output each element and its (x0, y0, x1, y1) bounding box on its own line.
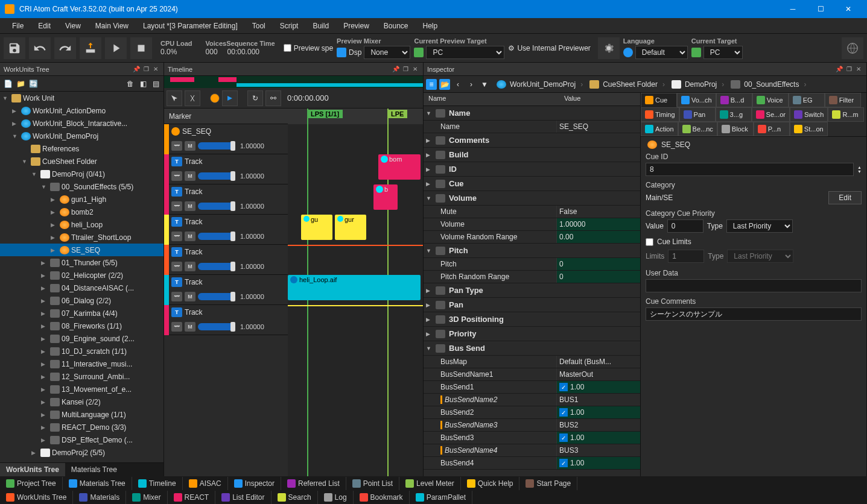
property-row[interactable]: BusSend2✓1.00 (424, 406, 640, 419)
menu-script[interactable]: Script (273, 19, 306, 33)
tree-item[interactable]: ▶gun1_High (0, 193, 164, 206)
panel-restore-icon[interactable]: ❐ (845, 65, 853, 74)
dock-tab-level-meter[interactable]: Level Meter (399, 477, 461, 490)
dock-tab-mixer[interactable]: Mixer (126, 491, 167, 504)
property-row[interactable]: Volume1.00000 (424, 218, 640, 231)
edit-category-button[interactable]: Edit (828, 191, 862, 204)
mute-button[interactable]: M (185, 171, 195, 181)
clip-heli[interactable]: heli_Loop.aif (288, 275, 421, 300)
menu-file[interactable]: File (5, 19, 31, 33)
dock-tab-point-list[interactable]: Point List (346, 477, 399, 490)
volume-slider[interactable] (198, 323, 235, 330)
tab-cue[interactable]: Cue (641, 93, 677, 107)
spinner-down[interactable]: ▼ (857, 169, 862, 174)
tree-item[interactable]: ▶04_DistanceAISAC (... (0, 282, 164, 294)
language-select[interactable]: Default (635, 46, 688, 59)
mute-button[interactable]: M (185, 292, 195, 301)
new-icon[interactable]: 📄 (2, 78, 13, 89)
tree-item[interactable]: ▶bomb2 (0, 206, 164, 218)
tab-voice[interactable]: Voice (752, 93, 789, 107)
menu-bounce[interactable]: Bounce (376, 19, 416, 33)
breadcrumb-item[interactable]: WorkUnit_DemoProj (492, 79, 578, 90)
open-icon[interactable]: 📂 (439, 79, 450, 90)
tree-item[interactable]: ▶MultiLanguage (1/1) (0, 408, 164, 421)
property-group[interactable]: ▼Bus Send (424, 341, 640, 356)
timeline-overview[interactable] (164, 76, 423, 88)
property-row[interactable]: BusSendName4BUS3 (424, 444, 640, 457)
panel-close-icon[interactable]: ✕ (854, 65, 863, 74)
property-group[interactable]: ▶ID (424, 162, 640, 177)
property-row[interactable]: BusSend1✓1.00 (424, 381, 640, 394)
mute-button[interactable]: M (185, 262, 195, 271)
tree-item[interactable]: ▶06_Dialog (2/2) (0, 294, 164, 307)
property-group[interactable]: ▶Priority (424, 327, 640, 341)
nav-fwd-icon[interactable]: › (466, 79, 477, 90)
tab-action[interactable]: Action (641, 122, 678, 136)
dock-tab-parampallet[interactable]: ParamPallet (410, 491, 472, 504)
tree-item[interactable]: ▶08_Fireworks (1/1) (0, 320, 164, 332)
menu-build[interactable]: Build (305, 19, 336, 33)
breadcrumb-item[interactable]: CueSheet Folder (585, 79, 660, 90)
tree-item[interactable]: ▶13_Movement_of_e... (0, 383, 164, 395)
dsp-select[interactable]: None (364, 46, 410, 59)
volume-slider[interactable] (198, 203, 235, 210)
tree-view[interactable]: ▼Work Unit▶WorkUnit_ActionDemo▶WorkUnit_… (0, 92, 164, 462)
tree-item[interactable]: ▼00_SoundEffects (5/5) (0, 180, 164, 193)
property-group[interactable]: ▼Volume (424, 191, 640, 206)
marker-ruler[interactable]: LPS [1/1] LPE (288, 109, 423, 124)
tree-item[interactable]: ▼CueSheet Folder (0, 155, 164, 168)
minimize-button[interactable]: ─ (779, 0, 807, 18)
link-tool[interactable]: ⚯ (265, 90, 281, 106)
tab-voch[interactable]: Vo...ch (677, 93, 716, 107)
tab-ston[interactable]: St...on (790, 122, 828, 136)
tree-item[interactable]: ▶DemoProj2 (5/5) (0, 446, 164, 459)
menu-main-view[interactable]: Main View (88, 19, 136, 33)
cue-id-input[interactable] (646, 163, 854, 176)
dock-tab-aisac[interactable]: AISAC (183, 477, 228, 490)
menu-preview[interactable]: Preview (336, 19, 376, 33)
track-row[interactable]: TTrack〰M1.00000 (164, 154, 288, 184)
tab-seor[interactable]: Se...or (752, 107, 790, 122)
tab-pn[interactable]: P...n (754, 122, 790, 136)
tree-item[interactable]: ▶heli_Loop (0, 218, 164, 231)
timeline-content[interactable]: LPS [1/1] LPE bom b gu gur h (288, 109, 423, 476)
refresh-icon[interactable]: 🔄 (28, 78, 39, 89)
property-row[interactable]: BusSend4✓1.00 (424, 457, 640, 470)
dock-tab-materials[interactable]: Materials (73, 491, 126, 504)
tab-switch[interactable]: Switch (790, 107, 828, 122)
tab-benc[interactable]: Be...nc (678, 122, 717, 136)
tab-eg[interactable]: EG (789, 93, 825, 107)
target-select[interactable]: PC (426, 46, 504, 59)
track-row[interactable]: TTrack〰M1.00000 (164, 184, 288, 215)
marker-next[interactable] (222, 90, 238, 106)
property-row[interactable]: BusSendName1MasterOut (424, 368, 640, 381)
tab-bd[interactable]: B...d (716, 93, 752, 107)
lpe-marker[interactable]: LPE (387, 110, 407, 118)
tree-item[interactable]: ▼WorkUnit_DemoProj (0, 130, 164, 142)
panel-close-icon[interactable]: ✕ (151, 65, 160, 74)
dock-tab-referred-list[interactable]: Referred List (281, 477, 346, 490)
undo-button[interactable] (29, 37, 51, 59)
priority-value-input[interactable] (667, 219, 703, 233)
tree-item[interactable]: ▶11_Interactive_musi... (0, 358, 164, 370)
folder-icon[interactable]: 📁 (15, 78, 26, 89)
tree-item[interactable]: ▶09_Engine_sound (2... (0, 332, 164, 345)
mute-button[interactable]: M (185, 322, 195, 332)
tree-item[interactable]: ▶01_Thunder (5/5) (0, 256, 164, 269)
dock-tab-quick-help[interactable]: Quick Help (461, 477, 520, 490)
breadcrumb-item[interactable]: DemoProj (667, 79, 719, 90)
track-row[interactable]: TTrack〰M1.00000 (164, 215, 288, 245)
panel-close-icon[interactable]: ✕ (411, 65, 419, 74)
mute-button[interactable]: M (185, 201, 195, 211)
property-group[interactable]: ▼Name (424, 106, 640, 121)
clip-gu2[interactable]: gur (335, 215, 366, 240)
tab-block[interactable]: Block (717, 122, 754, 136)
sequence-header[interactable]: SE_SEQ 〰M1.00000 (164, 124, 288, 154)
preview-spe-checkbox[interactable]: Preview spe (284, 44, 333, 52)
panel-restore-icon[interactable]: ❐ (401, 65, 410, 74)
import-button[interactable] (80, 37, 101, 59)
tree-item[interactable]: ▶12_Surround_Ambi... (0, 370, 164, 383)
save-button[interactable] (4, 37, 25, 59)
dock-tab-workunits-tree[interactable]: WorkUnits Tree (0, 491, 73, 504)
track-row[interactable]: TTrack〰M1.00000 (164, 305, 288, 335)
